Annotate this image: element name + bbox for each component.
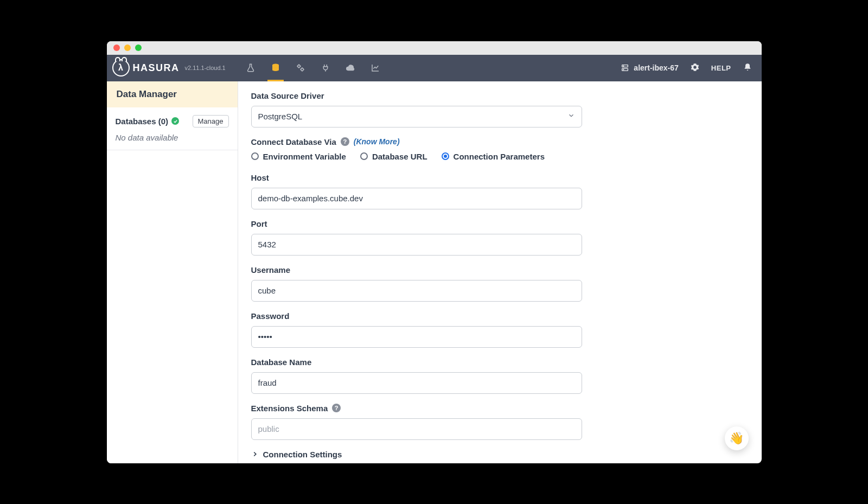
radio-icon xyxy=(360,152,368,160)
databases-label: Databases (0) xyxy=(116,117,169,126)
traffic-light-minimize[interactable] xyxy=(124,44,131,51)
know-more-link[interactable]: (Know More) xyxy=(354,137,400,146)
brand-area: λ HASURA v2.11.1-cloud.1 xyxy=(107,55,238,81)
username-input[interactable] xyxy=(258,286,575,295)
ext-schema-row: Extensions Schema ? xyxy=(251,404,749,413)
nav-events[interactable] xyxy=(338,55,363,81)
help-icon[interactable]: ? xyxy=(332,404,341,412)
manage-button[interactable]: Manage xyxy=(193,115,229,127)
cloud-icon xyxy=(346,63,355,73)
status-ok-icon xyxy=(171,117,179,125)
project-name: alert-ibex-67 xyxy=(634,63,678,72)
project-chip[interactable]: alert-ibex-67 xyxy=(621,63,678,72)
username-label: Username xyxy=(251,265,749,275)
sidebar: Data Manager Databases (0) Manage No dat… xyxy=(107,81,238,463)
database-icon xyxy=(271,63,280,73)
traffic-light-close[interactable] xyxy=(113,44,120,51)
bell-icon xyxy=(743,63,752,72)
settings-button[interactable] xyxy=(691,63,699,73)
hasura-logo-icon: λ xyxy=(112,59,130,76)
username-input-wrap xyxy=(251,280,582,302)
help-link[interactable]: HELP xyxy=(711,64,731,72)
traffic-light-zoom[interactable] xyxy=(135,44,142,51)
brand-version: v2.11.1-cloud.1 xyxy=(185,65,226,71)
connect-via-row: Connect Database Via ? (Know More) xyxy=(251,137,749,146)
plug-icon xyxy=(321,63,330,73)
radio-icon xyxy=(251,152,259,160)
radio-database-url[interactable]: Database URL xyxy=(360,152,427,161)
top-nav xyxy=(238,55,388,81)
help-icon[interactable]: ? xyxy=(341,137,349,146)
host-input[interactable] xyxy=(258,194,575,203)
svg-point-2 xyxy=(301,68,303,71)
host-label: Host xyxy=(251,173,749,182)
password-input[interactable] xyxy=(258,332,575,341)
mac-titlebar xyxy=(107,41,762,55)
host-input-wrap xyxy=(251,188,582,209)
nav-data[interactable] xyxy=(263,55,288,81)
driver-value: PostgreSQL xyxy=(258,112,303,121)
password-input-wrap xyxy=(251,326,582,348)
dbname-label: Database Name xyxy=(251,358,749,367)
no-data-text: No data available xyxy=(116,133,229,142)
svg-point-6 xyxy=(623,69,624,70)
ext-schema-input[interactable] xyxy=(258,424,575,433)
connect-via-label: Connect Database Via xyxy=(251,137,336,146)
stack-icon xyxy=(621,63,629,72)
dbname-input-wrap xyxy=(251,372,582,394)
driver-select[interactable]: PostgreSQL xyxy=(251,106,582,127)
notifications-button[interactable] xyxy=(743,63,752,73)
nav-api-explorer[interactable] xyxy=(238,55,263,81)
svg-point-5 xyxy=(623,66,624,66)
driver-label: Data Source Driver xyxy=(251,91,749,100)
nav-monitoring[interactable] xyxy=(363,55,388,81)
port-label: Port xyxy=(251,219,749,228)
flask-icon xyxy=(246,63,256,73)
topbar: λ HASURA v2.11.1-cloud.1 xyxy=(107,55,762,81)
main-content: Data Source Driver PostgreSQL Connect Da… xyxy=(238,81,762,463)
nav-remote-schemas[interactable] xyxy=(313,55,338,81)
expander-connection-settings[interactable]: Connection Settings xyxy=(251,450,749,459)
ext-schema-label: Extensions Schema xyxy=(251,404,328,413)
svg-point-1 xyxy=(297,65,300,68)
nav-actions[interactable] xyxy=(288,55,313,81)
chart-line-icon xyxy=(371,63,380,73)
chevron-down-icon xyxy=(567,112,575,121)
body: Data Manager Databases (0) Manage No dat… xyxy=(107,81,762,463)
topbar-right: alert-ibex-67 HELP xyxy=(621,55,761,81)
ext-schema-input-wrap xyxy=(251,418,582,440)
port-input-wrap xyxy=(251,234,582,256)
app-window: λ HASURA v2.11.1-cloud.1 xyxy=(107,41,762,463)
chevron-right-icon xyxy=(251,450,259,458)
radio-env-variable[interactable]: Environment Variable xyxy=(251,152,346,161)
radio-connection-params[interactable]: Connection Parameters xyxy=(442,152,545,161)
gears-icon xyxy=(296,63,305,73)
wave-emoji-icon: 👋 xyxy=(729,431,744,445)
port-input[interactable] xyxy=(258,240,575,249)
help-fab[interactable]: 👋 xyxy=(725,426,749,450)
brand-name: HASURA xyxy=(133,62,180,74)
gear-icon xyxy=(691,63,699,72)
connect-via-radio-group: Environment Variable Database URL Connec… xyxy=(251,152,749,161)
dbname-input[interactable] xyxy=(258,378,575,387)
sidebar-header: Data Manager xyxy=(107,81,238,107)
password-label: Password xyxy=(251,311,749,321)
radio-checked-icon xyxy=(442,152,449,160)
sidebar-body: Databases (0) Manage No data available xyxy=(107,107,238,150)
